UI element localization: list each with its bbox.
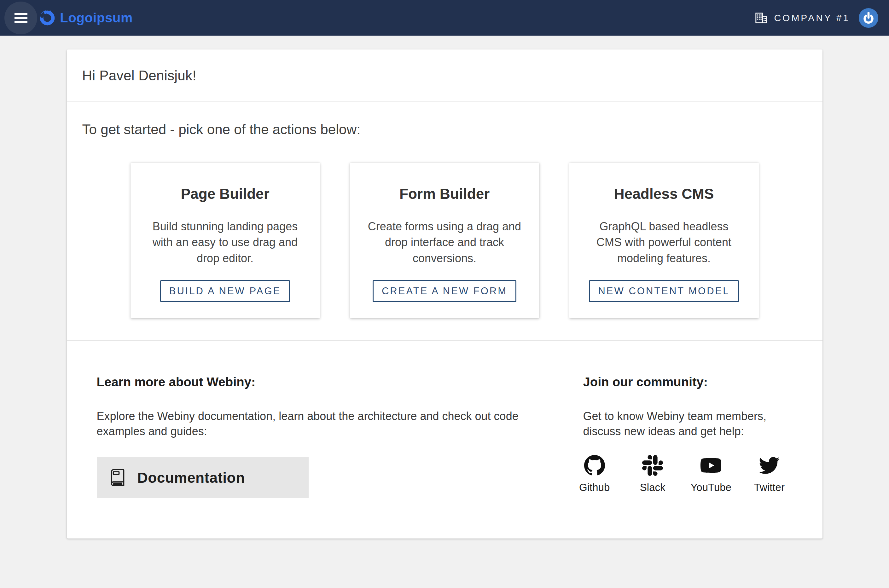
action-card-form-builder: Form Builder Create forms using a drag a… bbox=[350, 163, 539, 318]
welcome-card: Hi Pavel Denisjuk! To get started - pick… bbox=[67, 50, 823, 538]
slack-link[interactable]: Slack bbox=[632, 455, 673, 494]
company-selector[interactable]: COMPANY #1 bbox=[755, 12, 850, 24]
card-description: Build stunning landing pages with an eas… bbox=[148, 219, 303, 266]
app-logo[interactable]: Logoipsum bbox=[39, 10, 133, 26]
social-label: Slack bbox=[640, 482, 665, 494]
get-started-section: To get started - pick one of the actions… bbox=[67, 102, 823, 340]
hamburger-icon bbox=[15, 13, 27, 23]
greeting-heading: Hi Pavel Denisjuk! bbox=[82, 68, 197, 84]
hamburger-menu-button[interactable] bbox=[5, 2, 37, 34]
avatar-power-icon bbox=[859, 8, 878, 28]
social-label: YouTube bbox=[691, 482, 731, 494]
documentation-label: Documentation bbox=[137, 469, 245, 486]
learn-more-column: Learn more about Webiny: Explore the Web… bbox=[97, 375, 548, 498]
slack-icon bbox=[642, 455, 663, 476]
social-label: Twitter bbox=[754, 482, 785, 494]
social-label: Github bbox=[579, 482, 610, 494]
github-link[interactable]: Github bbox=[574, 455, 615, 494]
community-heading: Join our community: bbox=[583, 375, 790, 389]
app-header: Logoipsum COMPANY #1 bbox=[0, 0, 889, 36]
action-cards-row: Page Builder Build stunning landing page… bbox=[82, 163, 807, 318]
card-description: GraphQL based headless CMS with powerful… bbox=[587, 219, 742, 266]
youtube-icon bbox=[700, 455, 721, 476]
user-avatar-button[interactable] bbox=[859, 8, 878, 28]
card-title: Form Builder bbox=[399, 185, 490, 202]
logoipsum-icon bbox=[39, 10, 56, 26]
card-title: Page Builder bbox=[181, 185, 269, 202]
get-started-intro: To get started - pick one of the actions… bbox=[82, 122, 807, 137]
company-label: COMPANY #1 bbox=[774, 13, 850, 23]
building-icon bbox=[755, 12, 767, 24]
action-card-page-builder: Page Builder Build stunning landing page… bbox=[131, 163, 320, 318]
social-links-row: Github Slack YouTube bbox=[574, 455, 790, 494]
learn-more-heading: Learn more about Webiny: bbox=[97, 375, 548, 389]
logo-text: Logoipsum bbox=[60, 10, 133, 26]
learn-more-description: Explore the Webiny documentation, learn … bbox=[97, 409, 548, 439]
resources-section: Learn more about Webiny: Explore the Web… bbox=[67, 341, 823, 538]
documentation-link[interactable]: Documentation bbox=[97, 457, 309, 498]
community-description: Get to know Webiny team members, discuss… bbox=[583, 409, 790, 439]
book-icon bbox=[108, 468, 127, 488]
card-title: Headless CMS bbox=[614, 185, 714, 202]
card-description: Create forms using a drag and drop inter… bbox=[367, 219, 522, 266]
youtube-link[interactable]: YouTube bbox=[691, 455, 731, 494]
build-new-page-button[interactable]: BUILD A NEW PAGE bbox=[160, 280, 290, 302]
create-new-form-button[interactable]: CREATE A NEW FORM bbox=[372, 280, 517, 302]
twitter-icon bbox=[759, 455, 779, 476]
action-card-headless-cms: Headless CMS GraphQL based headless CMS … bbox=[569, 163, 759, 318]
new-content-model-button[interactable]: NEW CONTENT MODEL bbox=[589, 280, 739, 302]
greeting-section: Hi Pavel Denisjuk! bbox=[67, 50, 823, 102]
community-column: Join our community: Get to know Webiny t… bbox=[583, 375, 790, 498]
github-icon bbox=[584, 455, 605, 476]
twitter-link[interactable]: Twitter bbox=[749, 455, 789, 494]
